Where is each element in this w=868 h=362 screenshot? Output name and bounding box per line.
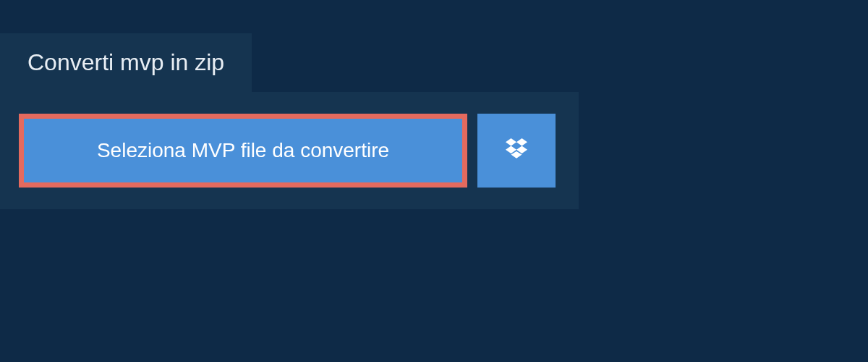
select-file-button[interactable]: Seleziona MVP file da convertire [19,114,467,188]
select-file-label: Seleziona MVP file da convertire [97,139,389,161]
convert-panel: Seleziona MVP file da convertire [0,92,579,209]
tab-convert[interactable]: Converti mvp in zip [0,33,252,92]
dropbox-button[interactable] [477,114,556,188]
dropbox-icon [503,136,529,165]
tab-title: Converti mvp in zip [27,49,224,75]
button-row: Seleziona MVP file da convertire [19,114,560,188]
